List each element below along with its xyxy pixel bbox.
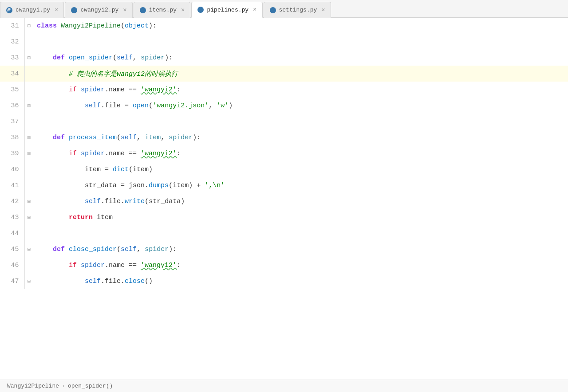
code-line-33: def open_spider(self, spider): (33, 50, 568, 66)
code-line-39: if spider.name == 'wangyi2': (33, 145, 568, 161)
breadcrumb-class[interactable]: Wangyi2Pipeline (7, 383, 59, 389)
tab-label-cwangyi: cwangyi.py (16, 7, 50, 13)
fold-34 (24, 66, 33, 82)
tab-close-cwangyi2[interactable]: × (123, 7, 126, 14)
fold-44 (24, 225, 33, 241)
svg-point-3 (197, 7, 204, 13)
code-line-38: def process_item(self, item, spider): (33, 129, 568, 145)
tab-label-items: items.py (149, 7, 177, 13)
table-row: 46 if spider.name == 'wangyi2': (0, 257, 568, 273)
code-line-36: self.file = open('wangyi2.json', 'w') (33, 98, 568, 114)
fold-35 (24, 82, 33, 98)
python-icon-5 (269, 7, 276, 14)
table-row: 36 ⊟ self.file = open('wangyi2.json', 'w… (0, 98, 568, 114)
line-number-40: 40 (0, 161, 24, 177)
code-line-41: str_data = json.dumps(item) + ',\n' (33, 177, 568, 193)
tab-close-pipelines[interactable]: × (253, 6, 256, 13)
table-row: 43 ⊟ return item (0, 209, 568, 225)
code-line-35: if spider.name == 'wangyi2': (33, 82, 568, 98)
line-number-43: 43 (0, 209, 24, 225)
python-icon-3 (139, 7, 146, 14)
line-number-41: 41 (0, 177, 24, 193)
line-number-45: 45 (0, 241, 24, 257)
table-row: 39 ⊟ if spider.name == 'wangyi2': (0, 145, 568, 161)
fold-31[interactable]: ⊟ (24, 18, 33, 34)
line-number-44: 44 (0, 225, 24, 241)
table-row: 45 ⊟ def close_spider(self, spider): (0, 241, 568, 257)
table-row: 38 ⊟ def process_item(self, item, spider… (0, 129, 568, 145)
tab-label-cwangyi2: cwangyi2.py (80, 7, 118, 13)
python-icon (6, 7, 13, 14)
code-line-45: def close_spider(self, spider): (33, 241, 568, 257)
svg-point-2 (140, 7, 146, 13)
code-line-40: item = dict(item) (33, 161, 568, 177)
tab-close-settings[interactable]: × (321, 7, 325, 14)
tab-settings[interactable]: settings.py × (264, 2, 331, 18)
code-line-32 (33, 34, 568, 50)
fold-33[interactable]: ⊟ (24, 50, 33, 66)
line-number-37: 37 (0, 114, 24, 129)
code-line-44 (33, 225, 568, 241)
code-line-43: return item (33, 209, 568, 225)
fold-43[interactable]: ⊟ (24, 209, 33, 225)
line-number-33: 33 (0, 50, 24, 66)
fold-46 (24, 257, 33, 273)
table-row: 44 (0, 225, 568, 241)
tab-items[interactable]: items.py × (134, 2, 191, 18)
tab-pipelines[interactable]: pipelines.py × (191, 2, 262, 18)
line-number-47: 47 (0, 273, 24, 289)
code-container: 31 ⊟ class Wangyi2Pipeline(object): 32 3… (0, 18, 568, 392)
breadcrumb-method[interactable]: open_spider() (68, 383, 113, 389)
python-icon-2 (71, 7, 78, 14)
svg-point-4 (270, 7, 276, 13)
table-row: 31 ⊟ class Wangyi2Pipeline(object): (0, 18, 568, 34)
fold-38[interactable]: ⊟ (24, 129, 33, 145)
code-scroll[interactable]: 31 ⊟ class Wangyi2Pipeline(object): 32 3… (0, 18, 568, 380)
breadcrumb: Wangyi2Pipeline › open_spider() (0, 380, 568, 392)
python-icon-4 (197, 6, 204, 13)
tab-label-pipelines: pipelines.py (207, 7, 248, 13)
line-number-42: 42 (0, 193, 24, 209)
fold-37 (24, 114, 33, 129)
table-row: 33 ⊟ def open_spider(self, spider): (0, 50, 568, 66)
table-row: 40 item = dict(item) (0, 161, 568, 177)
table-row: 41 str_data = json.dumps(item) + ',\n' (0, 177, 568, 193)
line-number-32: 32 (0, 34, 24, 50)
line-number-38: 38 (0, 129, 24, 145)
fold-39[interactable]: ⊟ (24, 145, 33, 161)
code-line-34: # 爬虫的名字是wangyi2的时候执行 (33, 66, 568, 82)
tab-label-settings: settings.py (279, 7, 317, 13)
code-line-37 (33, 114, 568, 129)
breadcrumb-sep: › (62, 383, 65, 389)
table-row: 42 ⊟ self.file.write(str_data) (0, 193, 568, 209)
fold-32 (24, 34, 33, 50)
code-line-31: class Wangyi2Pipeline(object): (33, 18, 568, 34)
fold-40 (24, 161, 33, 177)
tab-cwangyi[interactable]: cwangyi.py × (0, 2, 64, 18)
table-row: 37 (0, 114, 568, 129)
line-number-46: 46 (0, 257, 24, 273)
fold-47[interactable]: ⊟ (24, 273, 33, 289)
fold-36[interactable]: ⊟ (24, 98, 33, 114)
line-number-39: 39 (0, 145, 24, 161)
line-number-34: 34 (0, 66, 24, 82)
code-line-46: if spider.name == 'wangyi2': (33, 257, 568, 273)
table-row: 35 if spider.name == 'wangyi2': (0, 82, 568, 98)
table-row: 47 ⊟ self.file.close() (0, 273, 568, 289)
table-row: 32 (0, 34, 568, 50)
fold-41 (24, 177, 33, 193)
line-number-31: 31 (0, 18, 24, 34)
svg-point-1 (71, 7, 77, 13)
tab-close-items[interactable]: × (181, 7, 185, 14)
tab-bar: cwangyi.py × cwangyi2.py × items.py × pi… (0, 0, 568, 18)
fold-45[interactable]: ⊟ (24, 241, 33, 257)
tab-cwangyi2[interactable]: cwangyi2.py × (65, 2, 132, 18)
line-number-36: 36 (0, 98, 24, 114)
table-row: 34 # 爬虫的名字是wangyi2的时候执行 (0, 66, 568, 82)
tab-close-cwangyi[interactable]: × (55, 7, 58, 14)
code-table: 31 ⊟ class Wangyi2Pipeline(object): 32 3… (0, 18, 568, 289)
fold-42[interactable]: ⊟ (24, 193, 33, 209)
code-line-42: self.file.write(str_data) (33, 193, 568, 209)
code-line-47: self.file.close() (33, 273, 568, 289)
line-number-35: 35 (0, 82, 24, 98)
